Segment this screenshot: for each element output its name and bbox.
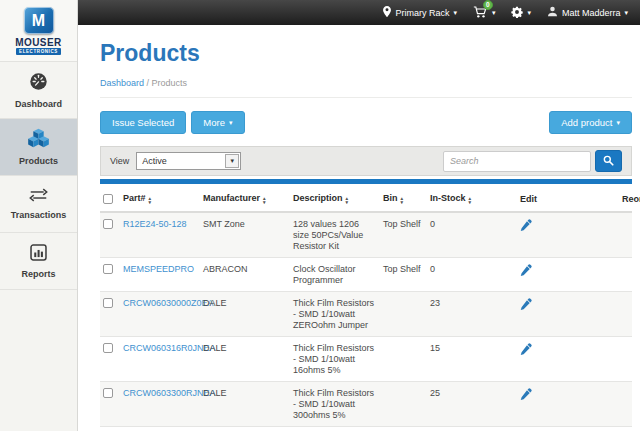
description-cell: Thick Film Resistors - SMD 1/10watt 16oh… (290, 337, 380, 382)
sidebar-item-transactions[interactable]: Transactions (0, 176, 77, 233)
transfer-arrows-icon (29, 188, 48, 206)
cart-count-badge: 0 (483, 0, 493, 10)
reorder-cell (619, 337, 632, 382)
row-checkbox[interactable] (103, 343, 113, 353)
table-row: CRCW06030000Z0EA DALE Thick Film Resisto… (100, 292, 632, 337)
brand-subname: ELECTRONICS (16, 48, 61, 55)
add-product-button[interactable]: Add product ▾ (549, 111, 632, 134)
description-cell: 128 values 1206 size 50PCs/Value Resisto… (290, 212, 380, 258)
sidebar-item-dashboard[interactable]: Dashboard (0, 62, 77, 119)
part-number-link[interactable]: CRCW0603300RJNEA (123, 388, 216, 398)
chevron-down-icon: ▾ (229, 119, 233, 126)
edit-pencil-icon[interactable] (520, 219, 532, 234)
in-stock-cell: 0 (427, 258, 517, 292)
row-checkbox[interactable] (103, 219, 113, 229)
products-table: Part#▴▾ Manufacturer▴▾ Description▴▾ Bin… (100, 185, 632, 431)
column-header-reorder: Reorder (619, 185, 632, 212)
sort-icon[interactable]: ▴▾ (263, 196, 266, 204)
reorder-cell (619, 427, 632, 431)
filter-bar: View Active ▾ (100, 146, 632, 176)
table-body: R12E24-50-128 SMT Zone 128 values 1206 s… (100, 212, 632, 431)
mouser-logo-icon: M (24, 7, 54, 34)
app-window: M MOUSER ELECTRONICS (0, 0, 640, 431)
manufacturer-cell: ABRACON (200, 258, 290, 292)
brand-name: MOUSER (15, 37, 61, 48)
dashboard-gauge-icon (29, 72, 48, 95)
column-header-description[interactable]: Description▴▾ (290, 185, 380, 212)
column-label: Bin (383, 193, 398, 203)
column-header-in-stock[interactable]: In-Stock▴▾ (427, 185, 517, 212)
select-arrow-icon: ▾ (225, 154, 239, 168)
column-header-manufacturer[interactable]: Manufacturer▴▾ (200, 185, 290, 212)
column-label: Reorder (622, 194, 640, 204)
sort-icon[interactable]: ▴▾ (149, 196, 152, 204)
sort-icon[interactable]: ▴▾ (401, 196, 404, 204)
part-number-link[interactable]: CRCW060316R0JNEA (123, 343, 216, 353)
chevron-down-icon: ▾ (624, 9, 628, 16)
manufacturer-cell: DALE (200, 337, 290, 382)
issue-selected-label: Issue Selected (112, 117, 174, 128)
settings-menu[interactable]: ▾ (511, 6, 531, 20)
page-title: Products (100, 40, 632, 67)
description-cell: Clock Oscillator Programmer (290, 258, 380, 292)
manufacturer-cell: DALE (200, 382, 290, 427)
sort-icon[interactable]: ▴▾ (469, 196, 472, 204)
more-button[interactable]: More ▾ (191, 111, 244, 134)
breadcrumb-dashboard-link[interactable]: Dashboard (100, 78, 144, 88)
issue-selected-button[interactable]: Issue Selected (100, 111, 186, 134)
manufacturer-cell: DALE (200, 427, 290, 431)
view-label: View (110, 156, 129, 166)
in-stock-cell: 23 (427, 292, 517, 337)
product-cubes-icon (28, 128, 49, 152)
search-input[interactable] (443, 151, 591, 172)
cart-icon: 0 (473, 6, 488, 20)
cart-menu[interactable]: 0 ▾ (473, 6, 496, 20)
edit-pencil-icon[interactable] (520, 264, 532, 279)
column-header-part[interactable]: Part#▴▾ (120, 185, 200, 212)
in-stock-cell: 25 (427, 427, 517, 431)
reorder-cell (619, 292, 632, 337)
part-number-link[interactable]: R12E24-50-128 (123, 219, 187, 229)
location-pin-icon (383, 6, 391, 19)
part-number-link[interactable]: MEMSPEEDPRO (123, 264, 194, 274)
in-stock-cell: 25 (427, 382, 517, 427)
column-label: Manufacturer (203, 193, 260, 203)
row-checkbox[interactable] (103, 264, 113, 274)
sidebar-item-label: Products (19, 156, 58, 166)
column-header-bin[interactable]: Bin▴▾ (380, 185, 427, 212)
chevron-down-icon: ▾ (453, 9, 457, 16)
topbar: Primary Rack ▾ 0 ▾ ▾ (78, 0, 640, 25)
rack-label: Primary Rack (395, 8, 449, 18)
breadcrumb-separator: / (144, 78, 152, 88)
sidebar-item-reports[interactable]: Reports (0, 233, 77, 290)
user-icon (547, 6, 558, 19)
reorder-cell (619, 212, 632, 258)
part-number-link[interactable]: CRCW06030000Z0EA (123, 298, 214, 308)
select-all-checkbox[interactable] (103, 194, 113, 204)
chevron-down-icon: ▾ (492, 9, 496, 16)
chevron-down-icon: ▾ (527, 9, 531, 16)
edit-pencil-icon[interactable] (520, 343, 532, 358)
bar-chart-icon (30, 244, 47, 265)
edit-pencil-icon[interactable] (520, 298, 532, 313)
table-header: Part#▴▾ Manufacturer▴▾ Description▴▾ Bin… (100, 185, 632, 212)
row-checkbox[interactable] (103, 298, 113, 308)
bin-cell: Top Shelf (380, 212, 427, 258)
sort-icon[interactable]: ▴▾ (346, 196, 349, 204)
in-stock-cell: 15 (427, 337, 517, 382)
row-checkbox[interactable] (103, 388, 113, 398)
rack-selector[interactable]: Primary Rack ▾ (383, 6, 457, 19)
table-row: CRCW06035K10JNEA DALE Thick Film Resisto… (100, 427, 632, 431)
sidebar-item-products[interactable]: Products (0, 119, 77, 176)
more-label: More (203, 117, 225, 128)
reorder-cell (619, 382, 632, 427)
sidebar-item-label: Reports (21, 269, 55, 279)
search-button[interactable] (595, 150, 622, 172)
sidebar-item-label: Dashboard (15, 99, 62, 109)
view-select[interactable]: Active ▾ (136, 152, 241, 170)
user-menu[interactable]: Matt Madderra ▾ (547, 6, 628, 19)
gear-icon (511, 6, 523, 20)
edit-pencil-icon[interactable] (520, 388, 532, 403)
main-content: Products Dashboard / Products Issue Sele… (78, 25, 640, 431)
add-product-label: Add product (561, 117, 612, 128)
